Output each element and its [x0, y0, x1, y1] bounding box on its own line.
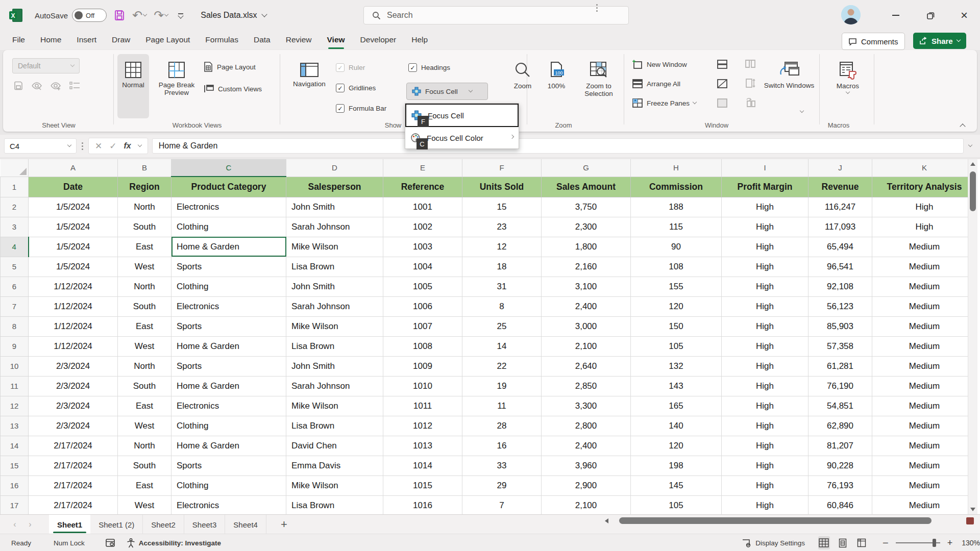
cell-K2[interactable]: High	[872, 197, 977, 217]
cell-C3[interactable]: Clothing	[172, 217, 286, 237]
row-header-8[interactable]: 8	[1, 316, 29, 336]
header-cell-C1[interactable]: Product Category	[172, 177, 286, 197]
cell-C14[interactable]: Home & Garden	[172, 436, 286, 456]
cell-A12[interactable]: 2/3/2024	[29, 396, 118, 416]
cell-G6[interactable]: 3,100	[542, 277, 631, 296]
cell-I3[interactable]: High	[722, 217, 808, 237]
tab-bar-options-icon[interactable]	[596, 4, 598, 12]
cell-H7[interactable]: 120	[631, 296, 722, 316]
cell-J12[interactable]: 54,851	[808, 396, 872, 416]
cell-E17[interactable]: 1016	[383, 495, 462, 514]
cell-I9[interactable]: High	[722, 336, 808, 356]
cell-K9[interactable]: Medium	[872, 336, 977, 356]
add-sheet-button[interactable]: +	[281, 518, 287, 531]
cell-A10[interactable]: 2/3/2024	[29, 356, 118, 376]
cell-J2[interactable]: 116,247	[808, 197, 872, 217]
cell-A14[interactable]: 2/17/2024	[29, 436, 118, 456]
header-cell-G1[interactable]: Sales Amount	[542, 177, 631, 197]
save-icon[interactable]	[114, 10, 125, 21]
header-cell-H1[interactable]: Commission	[631, 177, 722, 197]
scroll-down-icon[interactable]	[970, 508, 975, 511]
row-header-5[interactable]: 5	[1, 257, 29, 277]
cell-J14[interactable]: 81,207	[808, 436, 872, 456]
accessibility-checker[interactable]: Accessibility: Investigate	[127, 538, 221, 548]
zoom-slider-thumb[interactable]	[933, 539, 936, 547]
row-header-1[interactable]: 1	[1, 177, 29, 197]
cell-K15[interactable]: Medium	[872, 456, 977, 475]
row-header-17[interactable]: 17	[1, 495, 29, 514]
reset-window-position-button[interactable]	[744, 97, 756, 108]
cell-I12[interactable]: High	[722, 396, 808, 416]
cell-H5[interactable]: 108	[631, 257, 722, 277]
focus-cell-button[interactable]: Focus Cell	[406, 83, 488, 100]
macros-dropdown-icon[interactable]	[846, 90, 850, 94]
cell-B12[interactable]: East	[118, 396, 172, 416]
cell-K10[interactable]: Medium	[872, 356, 977, 376]
cell-H10[interactable]: 132	[631, 356, 722, 376]
column-header-J[interactable]: J	[808, 159, 872, 177]
synchronous-scrolling-button[interactable]	[744, 78, 756, 89]
cell-F11[interactable]: 19	[462, 376, 542, 396]
record-macro-icon[interactable]	[105, 538, 115, 547]
header-cell-I1[interactable]: Profit Margin	[722, 177, 808, 197]
cell-H15[interactable]: 198	[631, 456, 722, 475]
cell-C9[interactable]: Home & Garden	[172, 336, 286, 356]
cell-J10[interactable]: 61,281	[808, 356, 872, 376]
formula-bar-checkbox[interactable]: ✓ Formula Bar	[336, 104, 386, 113]
cell-I11[interactable]: High	[722, 376, 808, 396]
cell-K13[interactable]: Medium	[872, 416, 977, 436]
macros-button[interactable]: Macros	[826, 54, 870, 126]
cell-E14[interactable]: 1013	[383, 436, 462, 456]
cell-F10[interactable]: 22	[462, 356, 542, 376]
cell-I6[interactable]: High	[722, 277, 808, 296]
cell-B10[interactable]: North	[118, 356, 172, 376]
cell-C6[interactable]: Clothing	[172, 277, 286, 296]
autosave-control[interactable]: AutoSave Off	[35, 9, 107, 22]
formula-bar-handle[interactable]	[82, 142, 83, 150]
column-header-F[interactable]: F	[462, 159, 542, 177]
sheet-tab-sheet3[interactable]: Sheet3	[184, 515, 226, 534]
header-cell-D1[interactable]: Salesperson	[286, 177, 383, 197]
sheet-view-options-icon[interactable]	[69, 81, 80, 91]
column-header-D[interactable]: D	[286, 159, 383, 177]
column-header-H[interactable]: H	[631, 159, 722, 177]
cell-D7[interactable]: Sarah Johnson	[286, 296, 383, 316]
minimize-button[interactable]	[879, 0, 913, 31]
scroll-right-icon[interactable]	[966, 517, 974, 524]
sheet-tab-sheet4[interactable]: Sheet4	[225, 515, 266, 534]
select-all-corner[interactable]	[1, 159, 29, 177]
cell-H6[interactable]: 155	[631, 277, 722, 296]
cell-F2[interactable]: 15	[462, 197, 542, 217]
cell-D9[interactable]: Lisa Brown	[286, 336, 383, 356]
cell-B5[interactable]: West	[118, 257, 172, 277]
cell-J9[interactable]: 57,358	[808, 336, 872, 356]
horizontal-scrollbar[interactable]	[605, 517, 962, 524]
cell-E10[interactable]: 1009	[383, 356, 462, 376]
tab-draw[interactable]: Draw	[112, 31, 130, 49]
fx-dropdown-icon[interactable]	[137, 143, 141, 147]
cell-A15[interactable]: 2/17/2024	[29, 456, 118, 475]
cell-F4[interactable]: 12	[462, 237, 542, 257]
view-side-by-side-button[interactable]	[744, 58, 756, 69]
cell-B11[interactable]: South	[118, 376, 172, 396]
cell-A8[interactable]: 1/12/2024	[29, 316, 118, 336]
cell-H3[interactable]: 115	[631, 217, 722, 237]
cell-J11[interactable]: 76,190	[808, 376, 872, 396]
scroll-up-icon[interactable]	[970, 162, 975, 166]
cell-K16[interactable]: Medium	[872, 475, 977, 495]
cell-A4[interactable]: 1/5/2024	[29, 237, 118, 257]
cell-E5[interactable]: 1004	[383, 257, 462, 277]
cell-C17[interactable]: Electronics	[172, 495, 286, 514]
cell-K7[interactable]: Medium	[872, 296, 977, 316]
header-cell-E1[interactable]: Reference	[383, 177, 462, 197]
cell-B9[interactable]: West	[118, 336, 172, 356]
cell-A13[interactable]: 2/3/2024	[29, 416, 118, 436]
cell-I10[interactable]: High	[722, 356, 808, 376]
name-box-dropdown-icon[interactable]	[67, 143, 71, 147]
cell-A16[interactable]: 2/17/2024	[29, 475, 118, 495]
cell-I8[interactable]: High	[722, 316, 808, 336]
cell-G5[interactable]: 2,160	[542, 257, 631, 277]
row-header-12[interactable]: 12	[1, 396, 29, 416]
row-header-2[interactable]: 2	[1, 197, 29, 217]
cell-K17[interactable]: Medium	[872, 495, 977, 514]
